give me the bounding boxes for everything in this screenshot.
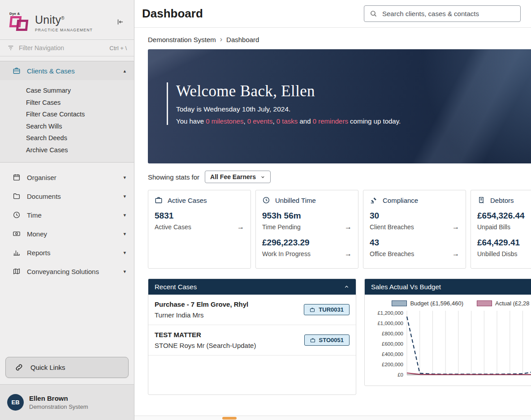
case-ref-badge[interactable]: TUR0031	[304, 304, 350, 315]
quick-links-button[interactable]: Quick Links	[5, 357, 129, 378]
horizontal-scrollbar[interactable]	[134, 416, 531, 420]
dashboard-content: Demonstration System › Dashboard Welcome…	[134, 28, 531, 420]
filter-shortcut-hint: Ctrl + \	[109, 45, 127, 51]
sidebar-item-documents[interactable]: Documents ▾	[0, 187, 134, 206]
filter-navigation[interactable]: Ctrl + \	[0, 39, 134, 56]
tasks-count[interactable]: 0 tasks	[276, 117, 298, 125]
legend-item-actual: Actual (£2,28	[477, 300, 530, 307]
arrow-right-icon[interactable]: →	[452, 223, 459, 231]
recent-cases-panel: Recent Cases Purchase - 7 Elm Grove, Rhy…	[148, 279, 356, 395]
sidebar-item-search-deeds[interactable]: Search Deeds	[0, 132, 134, 144]
stat-card-compliance: Compliance 30 Client Breaches → 43 Offic…	[363, 190, 466, 269]
dye-and-label: Dye &	[9, 12, 20, 16]
case-client: STONE Roys Mr (Search-Update)	[155, 342, 256, 349]
legend-label: Actual (£2,28	[495, 300, 530, 307]
global-search[interactable]	[364, 5, 521, 22]
user-name: Ellen Brown	[29, 394, 88, 402]
page-title: Dashboard	[142, 7, 203, 21]
recent-case-row[interactable]: Purchase - 7 Elm Grove, Rhyl Turner Indi…	[148, 295, 356, 325]
banknote-icon	[13, 230, 21, 238]
sidebar-item-clients-cases[interactable]: Clients & Cases ▴	[0, 61, 134, 80]
arrow-right-icon[interactable]: →	[345, 223, 352, 231]
stat-card-title: Unbilled Time	[275, 197, 316, 204]
bar-chart-icon	[13, 249, 21, 257]
collapse-sidebar-icon	[116, 18, 124, 26]
user-organisation: Demonstration System	[29, 403, 88, 410]
work-in-progress-value: £296,223.29	[262, 238, 352, 248]
nav-label: Documents	[27, 193, 61, 200]
brand-name: Unity®	[35, 13, 93, 26]
recent-case-row[interactable]: TEST MATTER STONE Roys Mr (Search-Update…	[148, 325, 356, 356]
milestones-count[interactable]: 0 milestones	[206, 117, 243, 125]
fee-earner-selected: All Fee Earners	[210, 173, 256, 180]
sidebar-item-archive-cases[interactable]: Archive Cases	[0, 144, 134, 156]
svg-text:£0: £0	[397, 372, 403, 377]
active-cases-value: 5831	[155, 211, 244, 221]
sidebar-section-time: Time ▾	[0, 206, 134, 224]
sidebar-section-conveyancing-solutions: Conveyancing Solutions ▾	[0, 262, 134, 281]
chevron-down-icon: ▾	[123, 175, 126, 180]
sidebar-section-organiser: Organiser ▾	[0, 168, 134, 187]
gavel-icon	[370, 196, 378, 204]
sidebar-item-reports[interactable]: Reports ▾	[0, 243, 134, 262]
nav-label: Clients & Cases	[27, 67, 75, 75]
panel-title: Recent Cases	[155, 283, 197, 291]
stat-cards-row: Active Cases 5831 Active Cases → Unbille…	[148, 190, 531, 269]
sales-chart: £0£200,000£400,000£600,000£800,000£1,000…	[367, 308, 531, 383]
case-ref-badge[interactable]: STO0051	[304, 334, 350, 346]
sales-panel-header[interactable]: Sales Actual Vs Budget	[365, 279, 531, 295]
quick-links-label: Quick Links	[30, 364, 65, 371]
map-icon	[13, 267, 21, 275]
metric-label: Unbilled Disbs	[477, 250, 517, 257]
clients-cases-submenu: Case Summary Filter Cases Filter Case Co…	[0, 80, 134, 162]
sidebar-collapse-button[interactable]	[113, 15, 127, 30]
clock-icon	[262, 196, 270, 204]
avatar: EB	[7, 394, 24, 411]
breadcrumb: Demonstration System › Dashboard	[148, 35, 531, 43]
stat-card-unbilled-time: Unbilled Time 953h 56m Time Pending → £2…	[255, 190, 358, 269]
svg-text:£1,200,000: £1,200,000	[377, 310, 403, 316]
stat-card-title: Compliance	[383, 197, 418, 204]
stat-card-title: Active Cases	[168, 197, 207, 204]
main-area: Dashboard Demonstration System › Dashboa…	[134, 0, 531, 420]
reminders-count[interactable]: 0 reminders	[313, 117, 348, 125]
sidebar-item-organiser[interactable]: Organiser ▾	[0, 168, 134, 187]
stat-card-active-cases: Active Cases 5831 Active Cases →	[148, 190, 251, 269]
briefcase-icon	[155, 196, 163, 204]
fee-earner-dropdown[interactable]: All Fee Earners	[205, 171, 271, 183]
svg-text:£1,000,000: £1,000,000	[377, 321, 403, 326]
chart-legend: Budget (£1,596,460) Actual (£2,28	[367, 300, 531, 307]
breadcrumb-root[interactable]: Demonstration System	[148, 36, 216, 43]
sidebar-section-money: Money ▾	[0, 224, 134, 243]
brand-row: Dye & Unity® PRACTICE MANAGEMENT	[0, 0, 134, 39]
sidebar-section-clients-cases: Clients & Cases ▴ Case Summary Filter Ca…	[0, 61, 134, 163]
arrow-right-icon[interactable]: →	[345, 250, 352, 258]
sidebar-section-documents: Documents ▾	[0, 187, 134, 206]
arrow-right-icon[interactable]: →	[452, 250, 459, 258]
events-count[interactable]: 0 events	[247, 117, 273, 125]
chevron-down-icon: ▾	[123, 231, 126, 237]
sidebar-item-time[interactable]: Time ▾	[0, 206, 134, 224]
scrollbar-thumb[interactable]	[222, 417, 237, 420]
metric-label: Active Cases	[155, 223, 191, 231]
sidebar-item-filter-case-contacts[interactable]: Filter Case Contacts	[0, 108, 134, 120]
svg-text:£400,000: £400,000	[382, 351, 403, 357]
sidebar-item-case-summary[interactable]: Case Summary	[0, 85, 134, 97]
sidebar-item-conveyancing-solutions[interactable]: Conveyancing Solutions ▾	[0, 262, 134, 281]
sidebar-item-search-wills[interactable]: Search Wills	[0, 120, 134, 133]
chevron-down-icon: ▾	[123, 212, 126, 218]
main-header: Dashboard	[134, 0, 531, 28]
arrow-right-icon[interactable]: →	[237, 223, 244, 231]
link-icon	[15, 363, 23, 372]
search-input[interactable]	[382, 10, 515, 17]
recent-cases-header[interactable]: Recent Cases	[148, 279, 356, 295]
user-profile[interactable]: EB Ellen Brown Demonstration System	[0, 384, 134, 420]
sidebar-item-money[interactable]: Money ▾	[0, 224, 134, 243]
sidebar-item-filter-cases[interactable]: Filter Cases	[0, 97, 134, 109]
legend-item-budget: Budget (£1,596,460)	[392, 300, 463, 307]
filter-navigation-input[interactable]	[19, 44, 105, 51]
stat-card-title: Debtors	[490, 197, 514, 204]
nav-label: Organiser	[27, 174, 56, 181]
filter-icon	[7, 44, 14, 51]
budget-swatch	[392, 300, 407, 306]
